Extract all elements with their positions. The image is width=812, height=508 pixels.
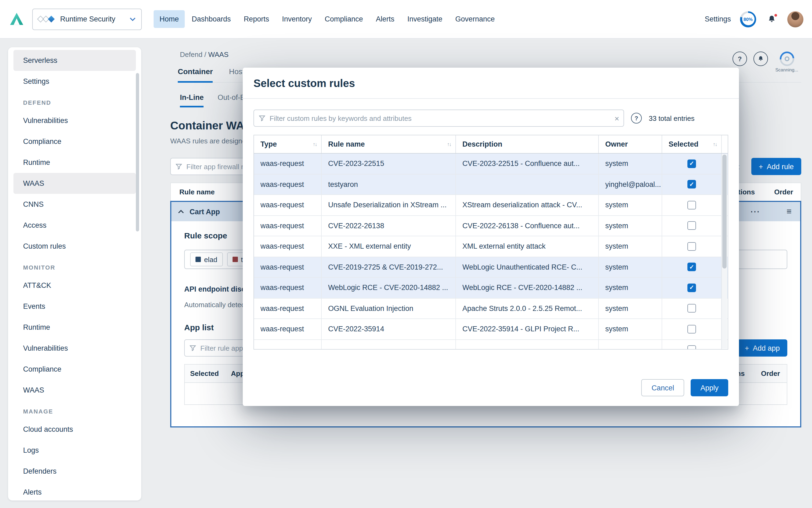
cell-selected — [662, 319, 721, 339]
table-row[interactable] — [254, 340, 728, 349]
sidebar-item-defenders[interactable]: Defenders — [8, 461, 141, 482]
row-checkbox[interactable] — [687, 242, 696, 251]
row-checkbox[interactable] — [687, 160, 696, 168]
notifications-bell-icon[interactable] — [765, 13, 778, 26]
nav-item-inventory[interactable]: Inventory — [276, 10, 318, 28]
cell-selected — [662, 257, 721, 277]
add-app-button[interactable]: + Add app — [737, 339, 787, 356]
cell-rule-name: CVE-2019-2725 & CVE-2019-272... — [322, 257, 456, 277]
cell-type: waas-request — [254, 216, 322, 236]
clear-filter-icon[interactable]: × — [614, 114, 619, 122]
drag-handle-icon[interactable]: ≡ — [786, 207, 792, 216]
alerts-bell-icon[interactable] — [754, 51, 768, 66]
custom-rules-filter-input[interactable] — [269, 114, 611, 122]
sidebar-item-compliance-monitor[interactable]: Compliance — [8, 359, 141, 380]
modal-header: Select custom rules — [243, 68, 739, 99]
sidebar-item-logs[interactable]: Logs — [8, 440, 141, 461]
cell-rule-name: Unsafe Deserialization in XStream ... — [322, 195, 456, 215]
sidebar-item-cnns[interactable]: CNNS — [8, 194, 141, 215]
sidebar-section-monitor: MONITOR — [8, 257, 141, 275]
sidebar-item-cloud-accounts[interactable]: Cloud accounts — [8, 419, 141, 440]
sidebar-item-alerts[interactable]: Alerts — [8, 482, 141, 501]
nav-item-alerts[interactable]: Alerts — [370, 10, 400, 28]
more-actions-icon[interactable]: ⋯ — [750, 207, 760, 216]
sidebar-item-settings[interactable]: Settings — [8, 71, 141, 92]
col-selected[interactable]: Selected↑↓ — [662, 135, 721, 153]
row-checkbox[interactable] — [687, 325, 696, 334]
sidebar-item-runtime-monitor[interactable]: Runtime — [8, 317, 141, 338]
table-scrollbar-thumb[interactable] — [722, 155, 727, 268]
col-owner: Owner — [599, 135, 662, 153]
sidebar-item-events[interactable]: Events — [8, 296, 141, 317]
add-rule-button[interactable]: + Add rule — [751, 158, 801, 175]
table-row[interactable]: waas-request WebLogic RCE - CVE-2020-148… — [254, 278, 728, 298]
tab-container[interactable]: Container — [178, 67, 213, 83]
cell-selected — [662, 298, 721, 319]
row-checkbox[interactable] — [687, 284, 696, 292]
nav-item-dashboards[interactable]: Dashboards — [186, 10, 237, 28]
sidebar-item-vulnerabilities-defend[interactable]: Vulnerabilities — [8, 110, 141, 131]
sidebar-item-runtime-defend[interactable]: Runtime — [8, 152, 141, 173]
row-checkbox[interactable] — [687, 346, 696, 350]
row-checkbox[interactable] — [687, 263, 696, 271]
brand-logo-icon — [9, 11, 25, 27]
row-checkbox[interactable] — [687, 201, 696, 209]
help-icon[interactable]: ? — [631, 113, 642, 124]
row-checkbox[interactable] — [687, 180, 696, 189]
cell-selected — [662, 174, 721, 195]
table-row[interactable]: waas-request testyaron yinghel@paloal... — [254, 174, 728, 195]
nav-item-governance[interactable]: Governance — [449, 10, 501, 28]
cell-description: CVE-2022-26138 - Confluence aut... — [456, 216, 599, 236]
table-row[interactable]: waas-request OGNL Evaluation Injection A… — [254, 298, 728, 319]
table-row[interactable]: waas-request CVE-2022-26138 CVE-2022-261… — [254, 216, 728, 236]
cancel-button[interactable]: Cancel — [641, 379, 684, 396]
custom-rules-table-header: Type↑↓ Rule name↑↓ Description Owner Sel… — [254, 135, 728, 154]
tab-host[interactable]: Host — [229, 67, 245, 82]
table-row[interactable]: waas-request XXE - XML external entity X… — [254, 236, 728, 257]
nav-item-home[interactable]: Home — [154, 10, 185, 28]
modal-search-row: × ? 33 total entries — [254, 110, 728, 127]
col-order: Order — [756, 370, 787, 378]
settings-link[interactable]: Settings — [704, 15, 731, 23]
filter-funnel-icon — [189, 344, 197, 352]
breadcrumb-parent[interactable]: Defend — [180, 50, 203, 58]
sidebar: Serverless Settings DEFEND Vulnerabiliti… — [8, 47, 141, 501]
sidebar-item-vulnerabilities-monitor[interactable]: Vulnerabilities — [8, 338, 141, 359]
col-type[interactable]: Type↑↓ — [254, 135, 322, 153]
row-checkbox[interactable] — [687, 304, 696, 313]
sidebar-item-compliance-defend[interactable]: Compliance — [8, 131, 141, 152]
cell-owner: system — [599, 154, 662, 174]
sidebar-item-waas-monitor[interactable]: WAAS — [8, 380, 141, 400]
plus-icon: + — [745, 344, 749, 352]
table-row[interactable]: waas-request Unsafe Deserialization in X… — [254, 195, 728, 216]
custom-rules-table: Type↑↓ Rule name↑↓ Description Owner Sel… — [254, 135, 728, 349]
cell-rule-name: CVE-2022-26138 — [322, 216, 456, 236]
nav-item-reports[interactable]: Reports — [238, 10, 275, 28]
help-icon[interactable]: ? — [732, 51, 747, 66]
table-row[interactable]: waas-request CVE-2023-22515 CVE-2023-225… — [254, 154, 728, 174]
product-switcher[interactable]: Runtime Security — [32, 8, 142, 30]
sidebar-item-access[interactable]: Access — [8, 215, 141, 236]
subtab-inline[interactable]: In-Line — [180, 93, 204, 108]
table-row[interactable]: waas-request CVE-2019-2725 & CVE-2019-27… — [254, 257, 728, 278]
sidebar-item-serverless[interactable]: Serverless — [13, 50, 136, 71]
sidebar-item-attack[interactable]: ATT&CK — [8, 275, 141, 296]
custom-rules-filter: × — [254, 110, 624, 127]
sidebar-item-waas-defend[interactable]: WAAS — [13, 173, 136, 194]
nav-item-compliance[interactable]: Compliance — [319, 10, 369, 28]
avatar[interactable] — [787, 11, 803, 27]
col-rule-name[interactable]: Rule name↑↓ — [322, 135, 456, 153]
table-scrollbar[interactable] — [722, 154, 727, 348]
credits-ring[interactable]: 80% — [740, 11, 756, 27]
sidebar-scrollbar[interactable] — [136, 73, 139, 231]
sidebar-item-custom-rules[interactable]: Custom rules — [8, 236, 141, 257]
collection-chip[interactable]: elad — [190, 252, 223, 266]
header-icons: ? Scanning... — [732, 51, 799, 73]
cell-owner: system — [599, 216, 662, 236]
rule-name: Cart App — [189, 208, 220, 216]
cell-type: waas-request — [254, 174, 322, 195]
apply-button[interactable]: Apply — [691, 379, 728, 396]
table-row[interactable]: waas-request CVE-2022-35914 CVE-2022-359… — [254, 319, 728, 340]
nav-item-investigate[interactable]: Investigate — [401, 10, 448, 28]
row-checkbox[interactable] — [687, 221, 696, 230]
